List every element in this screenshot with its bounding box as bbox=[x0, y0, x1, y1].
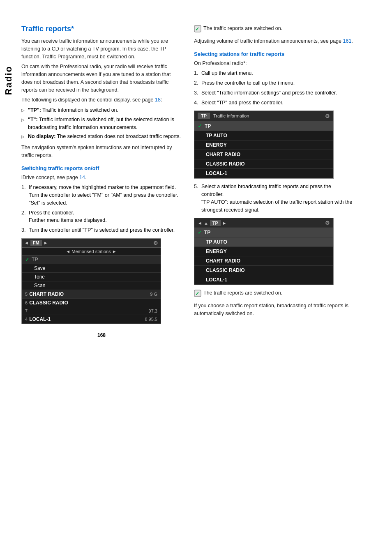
step5-sub: "TP AUTO": automatic selection of the tr… bbox=[201, 199, 352, 213]
adjusting-note: Adjusting volume of traffic information … bbox=[194, 37, 354, 45]
idrive-ref: iDrive concept, see page 14. bbox=[21, 174, 182, 182]
bullet-no-display: No display: The selected station does no… bbox=[21, 133, 182, 140]
final-checkmark-icon: ✓ bbox=[194, 290, 201, 297]
tp2-row-chart: CHART RADIO bbox=[194, 256, 333, 266]
tp-nav: ◄ ▲ TP ► bbox=[198, 220, 227, 226]
fm-station-4: 4 LOCAL-1 8 95.5 bbox=[22, 315, 161, 324]
fm-row-tp: ✓ TP bbox=[22, 256, 161, 264]
tp-row-energy: ENERGY bbox=[194, 140, 333, 150]
second-tp-screen-wrapper: ◄ ▲ TP ► ⚙ ✓ TP TP AUTO bbox=[194, 218, 354, 285]
fm-sub-header: ◄ Memorised stations ► bbox=[22, 248, 161, 256]
fm-nav-left: ◄ bbox=[24, 240, 29, 245]
first-tp-screen: TP Traffic information ⚙ ✓ TP TP AUTO EN… bbox=[194, 111, 334, 179]
first-tp-header: TP Traffic information ⚙ bbox=[194, 111, 333, 121]
fm-label-save: Save bbox=[25, 265, 157, 271]
tp-badge: TP bbox=[210, 220, 221, 226]
bullet-tp-text: Traffic information is switched on. bbox=[42, 107, 118, 113]
left-step-3: Turn the controller until "TP" is select… bbox=[21, 226, 182, 234]
first-tp-screen-wrapper: TP Traffic information ⚙ ✓ TP TP AUTO EN… bbox=[194, 111, 354, 179]
tp2-label-chart: CHART RADIO bbox=[198, 258, 330, 264]
tp2-row-tpauto: TP AUTO bbox=[194, 237, 333, 247]
right-step-3: Select "Traffic information settings" an… bbox=[194, 89, 354, 97]
svg-text:✓: ✓ bbox=[195, 26, 199, 32]
left-column: Traffic reports* You can receive traffic… bbox=[21, 25, 182, 539]
tp-label-classic: CLASSIC RADIO bbox=[198, 161, 330, 167]
tp-label-energy: ENERGY bbox=[198, 142, 330, 148]
side-tab-label: Radio bbox=[3, 66, 14, 95]
fm-screen-wrapper: ◄ FM ► ⚙ ◄ Memorised stations ► ✓ TP Sav… bbox=[21, 238, 182, 324]
tp2-row-energy: ENERGY bbox=[194, 247, 333, 256]
ref-link-18[interactable]: 18 bbox=[155, 97, 161, 103]
bullet-no-display-text: The selected station does not broadcast … bbox=[57, 134, 181, 139]
tp2-label-energy: ENERGY bbox=[198, 249, 330, 254]
station-label-local1: LOCAL-1 bbox=[29, 316, 145, 322]
station-label-chart: CHART RADIO bbox=[29, 291, 150, 297]
tp-signal-icon: ▲ bbox=[204, 221, 208, 226]
station-num-7: 7 bbox=[25, 309, 28, 313]
right-step-5: Select a station broadcasting traffic re… bbox=[194, 183, 354, 214]
side-tab: Radio bbox=[0, 0, 17, 555]
ref-link-14[interactable]: 14 bbox=[79, 175, 85, 180]
tp-label-local1: LOCAL-1 bbox=[198, 170, 330, 176]
station-val-955: 8 95.5 bbox=[145, 317, 157, 322]
traffic-on-text: The traffic reports are switched on. bbox=[203, 25, 282, 32]
tp-check-tp: ✓ bbox=[198, 123, 202, 129]
right-step-1: Call up the start menu. bbox=[194, 69, 354, 77]
bullet-t: "T": Traffic information is switched off… bbox=[21, 116, 182, 131]
professional-radio-note: On Professional radio*: bbox=[194, 60, 354, 67]
final-note2-text: If you choose a traffic report station, … bbox=[194, 302, 354, 318]
fm-station-2: 6 CLASSIC RADIO bbox=[22, 299, 161, 307]
tp-row-tpauto: TP AUTO bbox=[194, 131, 333, 140]
bullet-list: "TP": Traffic information is switched on… bbox=[21, 106, 182, 140]
section-title: Traffic reports* bbox=[21, 25, 182, 33]
ref-link-161[interactable]: 161 bbox=[343, 38, 351, 44]
station-label-classic: CLASSIC RADIO bbox=[29, 300, 157, 306]
fm-nav: ◄ FM ► bbox=[24, 240, 48, 246]
bullet-t-term: "T": bbox=[28, 117, 38, 122]
left-step-1-sub: "Set" is selected. bbox=[29, 200, 67, 206]
left-step-1: If necessary, move the highlighted marke… bbox=[21, 184, 182, 207]
bullet-tp: "TP": Traffic information is switched on… bbox=[21, 106, 182, 114]
tp-label-tpauto: TP AUTO bbox=[198, 133, 330, 138]
second-tp-screen: ◄ ▲ TP ► ⚙ ✓ TP TP AUTO bbox=[194, 218, 334, 285]
tp-label-tp: TP bbox=[205, 123, 330, 129]
fm-station-1: 5 CHART RADIO 9 G bbox=[22, 290, 161, 299]
right-column: ✓ The traffic reports are switched on. A… bbox=[194, 25, 354, 539]
right-step-4: Select "TP" and press the controller. bbox=[194, 99, 354, 107]
tp2-row-local1: LOCAL-1 bbox=[194, 275, 333, 285]
selecting-title: Selecting stations for traffic reports bbox=[194, 51, 354, 57]
station-num-4: 4 bbox=[25, 317, 28, 322]
fm-label-tp: TP bbox=[32, 257, 157, 263]
bullet-no-display-term: No display: bbox=[28, 134, 55, 139]
tp2-label-classic: CLASSIC RADIO bbox=[198, 267, 330, 273]
tp-tab-label: TP bbox=[198, 113, 210, 119]
traffic-on-note: ✓ The traffic reports are switched on. bbox=[194, 25, 354, 35]
right-step-2: Press the controller to call up the i me… bbox=[194, 79, 354, 87]
bullet-tp-term: "TP": bbox=[28, 107, 41, 113]
intro-para-1: You can receive traffic information anno… bbox=[21, 37, 182, 60]
tp-nav-right: ► bbox=[222, 221, 227, 226]
fm-nav-right: ► bbox=[44, 240, 48, 245]
tp-gear-icon: ⚙ bbox=[325, 113, 330, 119]
fm-row-tone: Tone bbox=[22, 273, 161, 281]
control-display-intro: The following is displayed on the contro… bbox=[21, 96, 182, 104]
tp2-row-tp: ✓ TP bbox=[194, 228, 333, 237]
fm-gear-icon: ⚙ bbox=[153, 240, 158, 246]
left-step-2-sub: Further menu items are displayed. bbox=[29, 217, 107, 223]
fm-row-save: Save bbox=[22, 264, 161, 273]
station-val-973: 97.3 bbox=[149, 309, 157, 313]
second-tp-header: ◄ ▲ TP ► ⚙ bbox=[194, 218, 333, 228]
switching-title: Switching traffic reports on/off bbox=[21, 165, 182, 171]
fm-screen: ◄ FM ► ⚙ ◄ Memorised stations ► ✓ TP Sav… bbox=[21, 238, 161, 324]
svg-text:✓: ✓ bbox=[195, 291, 199, 297]
intro-para-2: On cars with the Professional radio, you… bbox=[21, 63, 182, 94]
nav-note: The navigation system's spoken instructi… bbox=[21, 144, 182, 159]
station-num-5: 5 bbox=[25, 292, 28, 297]
tp2-check-tp: ✓ bbox=[198, 230, 202, 235]
tp2-label-local1: LOCAL-1 bbox=[198, 277, 330, 283]
tp-row-classic: CLASSIC RADIO bbox=[194, 159, 333, 169]
tp-header-title: Traffic information bbox=[210, 113, 325, 118]
final-note1-text: The traffic reports are switched on. bbox=[203, 289, 282, 297]
tp-row-chart: CHART RADIO bbox=[194, 150, 333, 159]
fm-nav-label: FM bbox=[30, 240, 42, 246]
